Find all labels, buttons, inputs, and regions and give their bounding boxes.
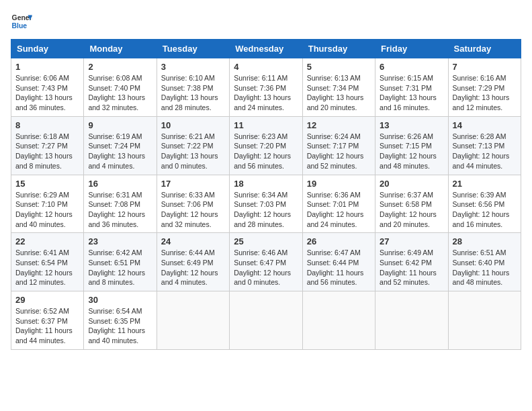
column-header-friday: Friday	[375, 40, 448, 58]
column-header-monday: Monday	[84, 40, 157, 58]
day-number: 11	[234, 120, 298, 130]
column-header-wednesday: Wednesday	[230, 40, 302, 58]
calendar-day-cell: 2 Sunrise: 6:08 AM Sunset: 7:40 PM Dayli…	[84, 58, 157, 117]
calendar-header-row: SundayMondayTuesdayWednesdayThursdayFrid…	[11, 40, 521, 58]
day-info: Sunrise: 6:18 AM Sunset: 7:27 PM Dayligh…	[15, 132, 79, 171]
day-number: 21	[453, 179, 517, 189]
day-info: Sunrise: 6:47 AM Sunset: 6:44 PM Dayligh…	[307, 248, 371, 287]
day-info: Sunrise: 6:24 AM Sunset: 7:17 PM Dayligh…	[307, 132, 371, 171]
logo-icon: General Blue	[11, 11, 32, 32]
day-number: 25	[234, 236, 298, 246]
day-info: Sunrise: 6:26 AM Sunset: 7:15 PM Dayligh…	[380, 132, 443, 171]
calendar-day-cell: 27 Sunrise: 6:49 AM Sunset: 6:42 PM Dayl…	[375, 233, 448, 291]
svg-text:Blue: Blue	[12, 22, 28, 30]
calendar-week-row: 22 Sunrise: 6:41 AM Sunset: 6:54 PM Dayl…	[11, 233, 521, 291]
day-number: 3	[161, 62, 225, 72]
day-number: 15	[15, 179, 79, 189]
calendar-day-cell: 10 Sunrise: 6:21 AM Sunset: 7:22 PM Dayl…	[157, 116, 229, 175]
day-info: Sunrise: 6:08 AM Sunset: 7:40 PM Dayligh…	[88, 73, 152, 113]
calendar-day-cell: 16 Sunrise: 6:31 AM Sunset: 7:08 PM Dayl…	[84, 175, 157, 233]
day-number: 8	[15, 120, 79, 130]
day-number: 2	[88, 62, 152, 72]
calendar-day-cell: 23 Sunrise: 6:42 AM Sunset: 6:51 PM Dayl…	[84, 233, 157, 291]
calendar-day-cell: 1 Sunrise: 6:06 AM Sunset: 7:43 PM Dayli…	[11, 58, 84, 117]
column-header-tuesday: Tuesday	[157, 40, 229, 58]
calendar-day-cell: 26 Sunrise: 6:47 AM Sunset: 6:44 PM Dayl…	[302, 233, 375, 291]
calendar-day-cell: 30 Sunrise: 6:54 AM Sunset: 6:35 PM Dayl…	[84, 291, 157, 350]
day-info: Sunrise: 6:21 AM Sunset: 7:22 PM Dayligh…	[161, 132, 225, 171]
day-number: 28	[453, 236, 517, 246]
empty-cell	[448, 291, 521, 350]
empty-cell	[230, 291, 302, 350]
empty-cell	[302, 291, 375, 350]
day-number: 16	[88, 179, 152, 189]
calendar-day-cell: 28 Sunrise: 6:51 AM Sunset: 6:40 PM Dayl…	[448, 233, 521, 291]
calendar-day-cell: 4 Sunrise: 6:11 AM Sunset: 7:36 PM Dayli…	[230, 58, 302, 117]
day-number: 29	[15, 295, 79, 305]
calendar-week-row: 29 Sunrise: 6:52 AM Sunset: 6:37 PM Dayl…	[11, 291, 521, 350]
page-header: General Blue	[11, 11, 521, 32]
day-info: Sunrise: 6:31 AM Sunset: 7:08 PM Dayligh…	[88, 190, 152, 230]
day-number: 7	[453, 62, 517, 72]
day-info: Sunrise: 6:13 AM Sunset: 7:34 PM Dayligh…	[307, 73, 371, 113]
day-number: 4	[234, 62, 298, 72]
calendar-day-cell: 20 Sunrise: 6:37 AM Sunset: 6:58 PM Dayl…	[375, 175, 448, 233]
day-info: Sunrise: 6:49 AM Sunset: 6:42 PM Dayligh…	[380, 248, 443, 287]
empty-cell	[375, 291, 448, 350]
day-info: Sunrise: 6:19 AM Sunset: 7:24 PM Dayligh…	[88, 132, 152, 171]
calendar-day-cell: 15 Sunrise: 6:29 AM Sunset: 7:10 PM Dayl…	[11, 175, 84, 233]
day-number: 9	[88, 120, 152, 130]
day-info: Sunrise: 6:36 AM Sunset: 7:01 PM Dayligh…	[307, 190, 371, 230]
day-number: 23	[88, 236, 152, 246]
column-header-thursday: Thursday	[302, 40, 375, 58]
day-number: 19	[307, 179, 371, 189]
day-info: Sunrise: 6:51 AM Sunset: 6:40 PM Dayligh…	[453, 248, 517, 287]
day-info: Sunrise: 6:54 AM Sunset: 6:35 PM Dayligh…	[88, 306, 152, 346]
day-info: Sunrise: 6:41 AM Sunset: 6:54 PM Dayligh…	[15, 248, 79, 287]
calendar-day-cell: 3 Sunrise: 6:10 AM Sunset: 7:38 PM Dayli…	[157, 58, 229, 117]
day-info: Sunrise: 6:10 AM Sunset: 7:38 PM Dayligh…	[161, 73, 225, 113]
day-number: 30	[88, 295, 152, 305]
day-number: 5	[307, 62, 371, 72]
calendar-week-row: 15 Sunrise: 6:29 AM Sunset: 7:10 PM Dayl…	[11, 175, 521, 233]
day-number: 6	[380, 62, 443, 72]
day-number: 13	[380, 120, 443, 130]
calendar-day-cell: 19 Sunrise: 6:36 AM Sunset: 7:01 PM Dayl…	[302, 175, 375, 233]
day-info: Sunrise: 6:34 AM Sunset: 7:03 PM Dayligh…	[234, 190, 298, 230]
day-number: 18	[234, 179, 298, 189]
day-info: Sunrise: 6:42 AM Sunset: 6:51 PM Dayligh…	[88, 248, 152, 287]
calendar-day-cell: 17 Sunrise: 6:33 AM Sunset: 7:06 PM Dayl…	[157, 175, 229, 233]
calendar-day-cell: 11 Sunrise: 6:23 AM Sunset: 7:20 PM Dayl…	[230, 116, 302, 175]
calendar-day-cell: 5 Sunrise: 6:13 AM Sunset: 7:34 PM Dayli…	[302, 58, 375, 117]
day-info: Sunrise: 6:52 AM Sunset: 6:37 PM Dayligh…	[15, 306, 79, 346]
day-info: Sunrise: 6:23 AM Sunset: 7:20 PM Dayligh…	[234, 132, 298, 171]
day-info: Sunrise: 6:16 AM Sunset: 7:29 PM Dayligh…	[453, 73, 517, 113]
logo: General Blue	[11, 11, 35, 32]
day-info: Sunrise: 6:11 AM Sunset: 7:36 PM Dayligh…	[234, 73, 298, 113]
day-info: Sunrise: 6:06 AM Sunset: 7:43 PM Dayligh…	[15, 73, 79, 113]
calendar-week-row: 8 Sunrise: 6:18 AM Sunset: 7:27 PM Dayli…	[11, 116, 521, 175]
calendar-day-cell: 21 Sunrise: 6:39 AM Sunset: 6:56 PM Dayl…	[448, 175, 521, 233]
day-info: Sunrise: 6:37 AM Sunset: 6:58 PM Dayligh…	[380, 190, 443, 230]
day-number: 26	[307, 236, 371, 246]
day-info: Sunrise: 6:29 AM Sunset: 7:10 PM Dayligh…	[15, 190, 79, 230]
day-number: 20	[380, 179, 443, 189]
day-info: Sunrise: 6:33 AM Sunset: 7:06 PM Dayligh…	[161, 190, 225, 230]
calendar-day-cell: 14 Sunrise: 6:28 AM Sunset: 7:13 PM Dayl…	[448, 116, 521, 175]
calendar-day-cell: 24 Sunrise: 6:44 AM Sunset: 6:49 PM Dayl…	[157, 233, 229, 291]
day-number: 17	[161, 179, 225, 189]
calendar-week-row: 1 Sunrise: 6:06 AM Sunset: 7:43 PM Dayli…	[11, 58, 521, 117]
calendar-day-cell: 8 Sunrise: 6:18 AM Sunset: 7:27 PM Dayli…	[11, 116, 84, 175]
day-number: 1	[15, 62, 79, 72]
day-info: Sunrise: 6:44 AM Sunset: 6:49 PM Dayligh…	[161, 248, 225, 287]
day-number: 10	[161, 120, 225, 130]
day-info: Sunrise: 6:28 AM Sunset: 7:13 PM Dayligh…	[453, 132, 517, 171]
calendar-day-cell: 25 Sunrise: 6:46 AM Sunset: 6:47 PM Dayl…	[230, 233, 302, 291]
calendar-table: SundayMondayTuesdayWednesdayThursdayFrid…	[11, 39, 521, 350]
empty-cell	[157, 291, 229, 350]
calendar-day-cell: 18 Sunrise: 6:34 AM Sunset: 7:03 PM Dayl…	[230, 175, 302, 233]
day-info: Sunrise: 6:46 AM Sunset: 6:47 PM Dayligh…	[234, 248, 298, 287]
day-number: 22	[15, 236, 79, 246]
calendar-day-cell: 29 Sunrise: 6:52 AM Sunset: 6:37 PM Dayl…	[11, 291, 84, 350]
column-header-saturday: Saturday	[448, 40, 521, 58]
